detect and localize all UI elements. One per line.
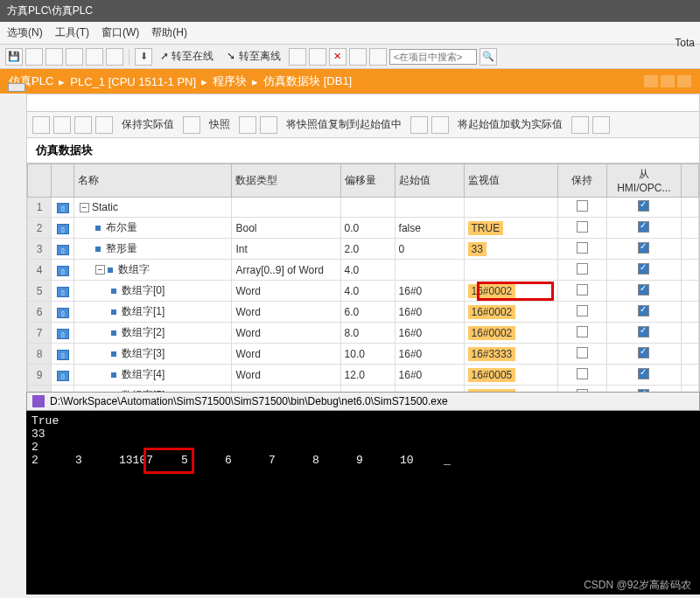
goto-online-button[interactable]: ➚ 转至在线 [155,47,219,66]
cell-retain[interactable] [557,344,606,365]
cell-start[interactable]: 16#0 [395,323,464,344]
cell-dtype[interactable]: Word [232,323,340,344]
snapshot-button[interactable]: 快照 [204,115,235,134]
save-icon[interactable]: 💾 [5,48,23,66]
tool-icon-9[interactable] [369,48,387,66]
table-row[interactable]: 6▯数组字[1]Word6.016#016#0002 [28,302,699,323]
tool-icon-1[interactable] [25,48,43,66]
cell-start[interactable]: 16#0 [395,302,464,323]
cell-start[interactable]: 0 [395,239,464,260]
expand-toggle-icon[interactable]: − [95,265,105,275]
cell-retain[interactable] [557,365,606,386]
project-search-input[interactable] [389,49,477,65]
col-offset[interactable]: 偏移量 [340,164,395,198]
cell-dtype[interactable]: Int [232,239,340,260]
db-tool-8[interactable] [410,116,428,134]
cell-retain[interactable] [557,302,606,323]
tool-icon-3[interactable] [66,48,83,66]
console-titlebar[interactable]: D:\WorkSpace\Automation\SimS71500\SimS71… [26,392,700,411]
tool-icon-8[interactable] [349,48,367,66]
table-row[interactable]: 3▯整形量Int2.0033 [28,239,699,260]
cell-name[interactable]: −Static [74,198,232,218]
cell-hmi[interactable] [607,281,682,302]
expand-toggle-icon[interactable]: − [80,203,89,212]
table-row[interactable]: 4▯−数组字Array[0..9] of Word4.0 [28,260,699,281]
cell-hmi[interactable] [607,323,682,344]
side-tab[interactable] [8,83,25,92]
db-tool-6[interactable] [239,116,256,134]
db-tool-7[interactable] [260,116,277,134]
cell-hmi[interactable] [607,198,682,218]
cell-retain[interactable] [557,198,606,218]
table-row[interactable]: 7▯数组字[2]Word8.016#016#0002 [28,323,699,344]
db-tool-2[interactable] [53,116,71,134]
cell-retain[interactable] [557,323,606,344]
minimize-icon[interactable] [644,75,658,87]
col-retain[interactable]: 保持 [557,164,606,198]
cell-hmi[interactable] [607,239,682,260]
cell-dtype[interactable]: Word [232,365,340,386]
menu-options[interactable]: 选项(N) [7,25,43,40]
cell-name[interactable]: 整形量 [74,239,232,260]
db-tool-11[interactable] [592,116,610,134]
console-output[interactable]: True 33 2 23131075678910_ [26,411,700,595]
load-start-button[interactable]: 将起始值加载为实际值 [452,115,568,134]
cell-dtype[interactable]: Word [232,344,340,365]
menu-tools[interactable]: 工具(T) [55,25,89,40]
col-hmi[interactable]: 从 HMI/OPC... [607,164,682,198]
cell-name[interactable]: 数组字[3] [74,344,232,365]
download-icon[interactable]: ⬇ [135,48,152,66]
cell-dtype[interactable]: Word [232,302,340,323]
tool-icon-2[interactable] [46,48,63,66]
close-icon[interactable]: ✕ [329,48,346,66]
cell-name[interactable]: 数组字[4] [74,365,232,386]
table-row[interactable]: 8▯数组字[3]Word10.016#016#3333 [28,344,699,365]
cell-start[interactable] [395,198,464,218]
maximize-icon[interactable] [661,75,675,87]
cell-hmi[interactable] [607,302,682,323]
tool-icon-7[interactable] [309,48,326,66]
cell-start[interactable]: 16#0 [395,281,464,302]
db-tool-9[interactable] [431,116,449,134]
cell-name[interactable]: −数组字 [74,260,232,281]
menu-help[interactable]: 帮助(H) [151,25,187,40]
cell-name[interactable]: 数组字[0] [74,281,232,302]
goto-offline-button[interactable]: ➘ 转至离线 [221,47,285,66]
close-window-icon[interactable] [677,75,691,87]
cell-start[interactable]: 16#0 [395,344,464,365]
crumb-plc[interactable]: PLC_1 [CPU 1511-1 PN] [70,75,196,88]
copy-snapshot-button[interactable]: 将快照值复制到起始值中 [281,115,407,134]
cell-hmi[interactable] [607,365,682,386]
cell-start[interactable]: false [395,218,464,239]
cell-hmi[interactable] [607,260,682,281]
cell-name[interactable]: 数组字[1] [74,302,232,323]
keep-actual-button[interactable]: 保持实际值 [116,115,179,134]
col-name[interactable]: 名称 [74,164,232,198]
cell-retain[interactable] [557,218,606,239]
cell-retain[interactable] [557,281,606,302]
cell-hmi[interactable] [607,218,682,239]
tool-icon-4[interactable] [86,48,103,66]
crumb-blocks[interactable]: 程序块 [213,73,247,89]
tool-icon-5[interactable] [106,48,123,66]
cell-retain[interactable] [557,239,606,260]
table-row[interactable]: 5▯数组字[0]Word4.016#016#0002 [28,281,699,302]
cell-name[interactable]: 数组字[2] [74,323,232,344]
col-monitor[interactable]: 监视值 [464,164,557,198]
cell-dtype[interactable]: Bool [232,218,340,239]
tool-icon-6[interactable] [289,48,306,66]
db-tool-5[interactable] [183,116,200,134]
cell-hmi[interactable] [607,344,682,365]
table-row[interactable]: 1▯−Static [28,198,699,218]
cell-start[interactable] [395,260,464,281]
cell-dtype[interactable]: Word [232,281,340,302]
table-row[interactable]: 2▯布尔量Bool0.0falseTRUE [28,218,699,239]
col-dtype[interactable]: 数据类型 [232,164,340,198]
cell-retain[interactable] [557,260,606,281]
db-tool-3[interactable] [74,116,92,134]
col-start[interactable]: 起始值 [395,164,464,198]
db-tool-4[interactable] [95,116,113,134]
db-tool-10[interactable] [571,116,589,134]
search-icon[interactable]: 🔍 [480,48,497,66]
cell-name[interactable]: 布尔量 [74,218,232,239]
